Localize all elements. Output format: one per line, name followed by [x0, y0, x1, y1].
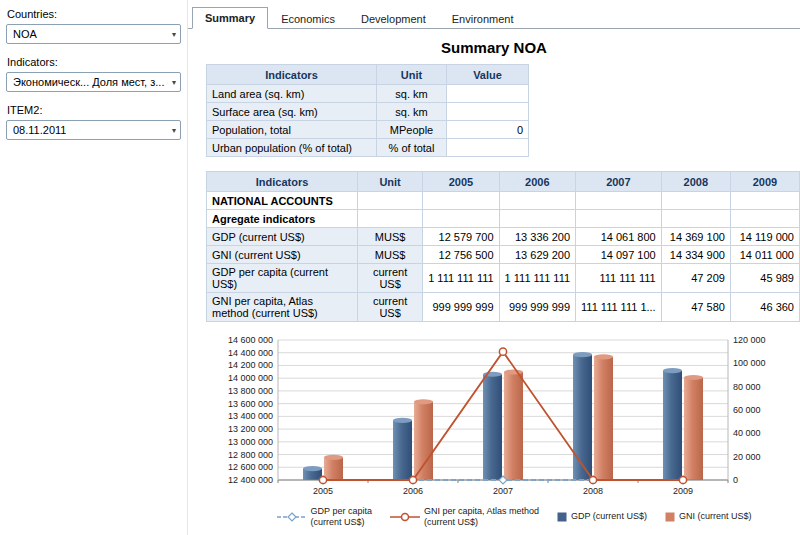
chevron-down-icon: ▾	[168, 126, 176, 135]
app-window: Countries: NOA ▾ Indicators: Экономическ…	[0, 0, 800, 535]
svg-text:12 600 000: 12 600 000	[228, 462, 273, 472]
legend-item: GDP (current US$)	[557, 511, 647, 522]
header-row: IndicatorsUnit20052006200720082009	[207, 172, 800, 192]
svg-text:2007: 2007	[493, 486, 513, 496]
column-header: Unit	[377, 65, 447, 85]
value-cell	[447, 139, 529, 157]
tab-environment[interactable]: Environment	[439, 8, 527, 29]
sidebar: Countries: NOA ▾ Indicators: Экономическ…	[0, 0, 187, 535]
svg-text:40 000: 40 000	[733, 428, 761, 438]
indicator-cell: Surface area (sq. km)	[207, 103, 377, 121]
cell	[661, 192, 730, 210]
value-cell: 111 111 111	[576, 264, 662, 293]
svg-text:13 800 000: 13 800 000	[228, 386, 273, 396]
tab-development[interactable]: Development	[348, 8, 439, 29]
svg-text:80 000: 80 000	[733, 382, 761, 392]
value-cell: 46 360	[730, 293, 799, 322]
chevron-down-icon: ▾	[168, 30, 176, 39]
svg-text:14 600 000: 14 600 000	[228, 335, 273, 345]
legend-item: GNI per capita, Atlas method (current US…	[390, 506, 539, 528]
cell	[661, 210, 730, 228]
svg-text:13 200 000: 13 200 000	[228, 424, 273, 434]
indicator-cell: GDP (current US$)	[207, 228, 358, 246]
chevron-down-icon: ▾	[168, 78, 176, 87]
value-table: IndicatorsUnitValueLand area (sq. km)sq.…	[206, 64, 529, 157]
svg-text:14 400 000: 14 400 000	[228, 348, 273, 358]
legend-item: GDP per capita (current US$)	[277, 506, 372, 528]
svg-text:20 000: 20 000	[733, 452, 761, 462]
chart-legend: GDP per capita (current US$)GNI per capi…	[228, 506, 800, 528]
item2-label: ITEM2:	[7, 104, 181, 116]
section-label: Agregate indicators	[207, 210, 358, 228]
value-cell: 13 629 200	[499, 246, 575, 264]
column-header: Indicators	[207, 65, 377, 85]
tab-summary[interactable]: Summary	[192, 7, 268, 29]
svg-text:120 000: 120 000	[733, 335, 766, 345]
cell	[423, 192, 499, 210]
legend-label: GNI per capita, Atlas method (current US…	[424, 506, 539, 528]
svg-text:2008: 2008	[583, 486, 603, 496]
indicator-cell: GDP per capita (current US$)	[207, 264, 358, 293]
cell	[423, 210, 499, 228]
tab-economics[interactable]: Economics	[268, 8, 348, 29]
unit-cell: current US$	[358, 264, 423, 293]
value-cell: 47 209	[661, 264, 730, 293]
countries-label: Countries:	[7, 8, 181, 20]
countries-dropdown[interactable]: NOA ▾	[6, 24, 181, 44]
cell	[499, 210, 575, 228]
main-panel: Summary Economics Development Environmen…	[187, 0, 800, 535]
legend-label: GDP per capita (current US$)	[311, 506, 372, 528]
indicators-value: Экономическ... Доля мест, з... (1374)	[13, 76, 168, 88]
value-cell: 14 369 100	[661, 228, 730, 246]
cell	[576, 210, 662, 228]
page-title: Summary NOA	[188, 39, 800, 56]
value-cell: 12 579 700	[423, 228, 499, 246]
table-row: Population, totalMPeople0	[207, 121, 529, 139]
table-row: GNI per capita, Atlas method (current US…	[207, 293, 800, 322]
svg-text:13 400 000: 13 400 000	[228, 411, 273, 421]
value-cell: 14 011 000	[730, 246, 799, 264]
header-row: IndicatorsUnitValue	[207, 65, 529, 85]
svg-text:12 400 000: 12 400 000	[228, 475, 273, 485]
column-header: 2005	[423, 172, 499, 192]
table-row: Land area (sq. km)sq. km	[207, 85, 529, 103]
column-header: Indicators	[207, 172, 358, 192]
indicators-dropdown[interactable]: Экономическ... Доля мест, з... (1374) ▾	[6, 72, 181, 92]
table-row: Surface area (sq. km)sq. km	[207, 103, 529, 121]
column-header: 2006	[499, 172, 575, 192]
indicator-cell: Population, total	[207, 121, 377, 139]
indicators-label: Indicators:	[7, 56, 181, 68]
square-icon	[665, 512, 675, 522]
svg-text:2006: 2006	[403, 486, 423, 496]
table-row: GNI (current US$)MUS$12 756 50013 629 20…	[207, 246, 800, 264]
svg-text:0: 0	[733, 475, 738, 485]
value-cell: 111 111 111 1...	[576, 293, 662, 322]
tab-bar: Summary Economics Development Environmen…	[188, 6, 800, 29]
value-cell: 14 097 100	[576, 246, 662, 264]
svg-text:2005: 2005	[313, 486, 333, 496]
unit-cell: sq. km	[377, 85, 447, 103]
value-cell: 13 336 200	[499, 228, 575, 246]
value-cell: 1 111 111 111	[423, 264, 499, 293]
svg-text:13 600 000: 13 600 000	[228, 399, 273, 409]
section-label: NATIONAL ACCOUNTS	[207, 192, 358, 210]
item2-value: 08.11.2011	[13, 124, 66, 136]
value-cell: 14 119 000	[730, 228, 799, 246]
cell	[358, 192, 423, 210]
item2-dropdown[interactable]: 08.11.2011 ▾	[6, 120, 181, 140]
legend-label: GNI (current US$)	[679, 511, 752, 522]
unit-cell: MUS$	[358, 246, 423, 264]
value-cell	[447, 103, 529, 121]
unit-cell: sq. km	[377, 103, 447, 121]
indicator-cell: GNI per capita, Atlas method (current US…	[207, 293, 358, 322]
column-header: 2009	[730, 172, 799, 192]
svg-text:12 800 000: 12 800 000	[228, 450, 273, 460]
cell	[576, 192, 662, 210]
svg-text:14 000 000: 14 000 000	[228, 373, 273, 383]
circle-line-icon	[390, 511, 420, 523]
unit-cell: MPeople	[377, 121, 447, 139]
value-cell: 999 999 999	[499, 293, 575, 322]
countries-value: NOA	[13, 28, 37, 40]
svg-text:14 200 000: 14 200 000	[228, 360, 273, 370]
unit-cell: MUS$	[358, 228, 423, 246]
